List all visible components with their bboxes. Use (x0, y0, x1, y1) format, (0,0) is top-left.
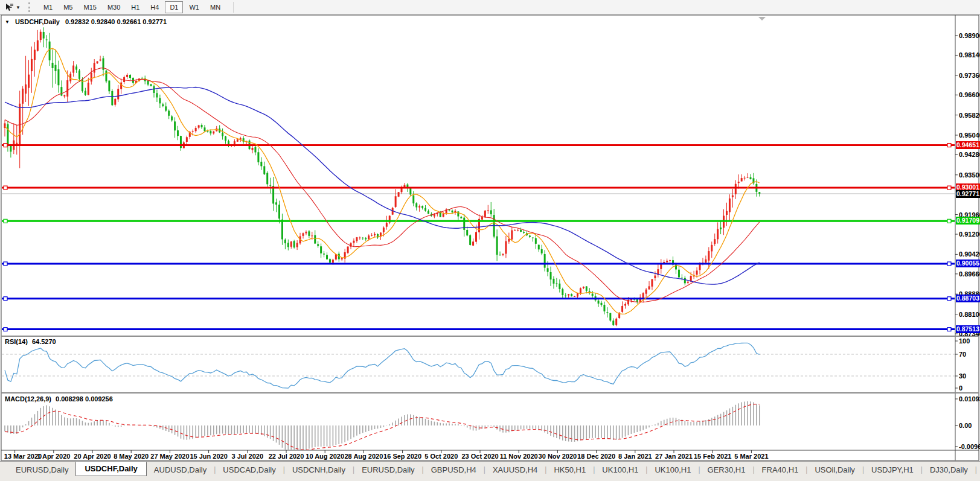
rsi-axis-tick: 100 (959, 337, 970, 345)
date-axis-label: 8 Jan 2021 (618, 453, 652, 460)
chart-canvas (0, 0, 980, 481)
chart-tab-eurusd-daily[interactable]: EURUSD,Daily (354, 463, 421, 476)
timeframe-button-mn[interactable]: MN (205, 1, 225, 13)
mt4-window: ▼ M1M5M15M30H1H4D1W1MN 0.989000.981400.9… (0, 0, 980, 481)
chart-tab-usdcnh-daily[interactable]: USDCNH,Daily (285, 463, 353, 476)
price-axis-tick: 0.91960 (959, 211, 980, 218)
chart-tab-usdcad-daily[interactable]: USDCAD,Daily (216, 463, 283, 476)
chart-axis-labels: 0.989000.981400.973600.966000.958200.950… (0, 0, 980, 481)
rsi-axis-tick: 30 (959, 372, 966, 380)
quick-nav-icon[interactable]: ▼ (5, 19, 10, 25)
macd-axis-tick: 0.010933 (959, 395, 980, 403)
toolbar-grip[interactable] (28, 2, 33, 12)
date-axis-label: 11 Nov 2020 (500, 453, 538, 460)
chart-tab-usdjpy-h1[interactable]: USDJPY,H1 (864, 463, 921, 476)
date-axis-label: 1 Apr 2020 (37, 453, 70, 460)
chart-symbol-label: USDCHF,Daily (15, 18, 60, 25)
date-axis-label: 3 Jul 2020 (232, 453, 264, 460)
price-axis-tick: 0.91200 (959, 231, 980, 238)
date-axis-label: 5 Oct 2020 (424, 453, 458, 460)
price-axis-tick: 0.94280 (959, 151, 980, 158)
chart-cursor-icon[interactable]: ▼ (3, 1, 22, 13)
date-axis-label: 15 Jun 2020 (190, 453, 227, 460)
timeframe-button-m15[interactable]: M15 (78, 1, 101, 13)
chevron-down-icon: ▼ (16, 5, 21, 10)
rsi-value: 64.5270 (32, 338, 56, 345)
price-axis-tick: 0.95040 (959, 132, 980, 139)
chart-tab-china300-h1[interactable]: CHINA300,H1 (977, 463, 980, 476)
chart-tab-usoil-daily[interactable]: USOil,Daily (807, 463, 862, 476)
rsi-axis-tick: 70 (959, 351, 966, 358)
rsi-name: RSI(14) (5, 338, 28, 345)
toolbar: ▼ M1M5M15M30H1H4D1W1MN (0, 0, 980, 15)
chart-tab-gbpusd-h4[interactable]: GBPUSD,H4 (424, 463, 484, 476)
timeframe-button-m5[interactable]: M5 (59, 1, 77, 13)
date-axis-label: 5 Mar 2021 (734, 453, 768, 460)
macd-axis-tick: 0.00 (959, 422, 972, 429)
price-axis-tick: 0.89660 (959, 270, 980, 278)
date-axis-label: 30 Nov 2020 (539, 453, 577, 460)
macd-axis-tick: -0.00965 (959, 443, 980, 450)
chart-tab-eurusd-daily[interactable]: EURUSD,Daily (8, 463, 75, 476)
level-price-label: 0.91709 (956, 217, 980, 225)
level-price-label: 0.94651 (956, 141, 980, 149)
chart-tab-xauusd-h4[interactable]: XAUUSD,H4 (485, 463, 545, 476)
timeframe-button-h1[interactable]: H1 (126, 1, 144, 13)
chart-tab-usdchf-daily[interactable]: USDCHF,Daily (75, 462, 146, 476)
timeframe-button-w1[interactable]: W1 (184, 1, 204, 13)
chart-title: ▼ USDCHF,Daily 0.92832 0.92840 0.92661 0… (5, 18, 167, 25)
price-axis-tick: 0.95820 (959, 112, 980, 119)
date-axis-label: 16 Sep 2020 (383, 453, 421, 460)
price-axis-tick: 0.96600 (959, 91, 980, 98)
level-price-label: 0.90055 (956, 260, 980, 267)
level-price-label: 0.88703 (956, 295, 980, 302)
date-axis-label: 27 May 2020 (150, 453, 189, 460)
chart-tab-ger30-h1[interactable]: GER30,H1 (700, 463, 753, 476)
price-axis-tick: 0.93500 (959, 171, 980, 179)
level-price-label: 0.93001 (956, 183, 980, 191)
date-axis-label: 23 Oct 2020 (461, 453, 498, 460)
chart-tab-uk100-h1[interactable]: UK100,H1 (647, 463, 698, 476)
chart-tab-dj30-daily[interactable]: DJ30,Daily (923, 463, 975, 476)
macd-indicator-label: MACD(12,26,9) 0.008298 0.009256 (5, 395, 113, 403)
date-axis-label: 20 Apr 2020 (74, 453, 110, 460)
date-axis-label: 8 May 2020 (114, 453, 149, 460)
rsi-axis-tick: 0 (959, 384, 962, 392)
date-axis-label: 18 Dec 2020 (577, 453, 615, 460)
bottom-strip (0, 477, 980, 481)
date-axis-label: 27 Jan 2021 (655, 453, 693, 460)
date-axis-label: 13 Mar 2020 (4, 453, 42, 460)
chart-tab-hk50-h1[interactable]: HK50,H1 (546, 463, 593, 476)
macd-name: MACD(12,26,9) (5, 395, 51, 403)
chart-ohlc-values: 0.92832 0.92840 0.92661 0.92771 (65, 18, 167, 25)
price-axis-tick: 0.88880 (959, 290, 980, 298)
price-axis-tick: 0.88100 (959, 311, 980, 318)
date-axis-label: 15 Feb 2021 (694, 453, 731, 460)
price-axis-tick: 0.98140 (959, 51, 980, 59)
macd-values: 0.008298 0.009256 (56, 395, 113, 403)
price-axis-tick: 0.87340 (959, 330, 980, 337)
timeframe-button-d1[interactable]: D1 (165, 1, 183, 13)
chart-tab-audusd-daily[interactable]: AUDUSD,Daily (147, 463, 214, 476)
date-axis-label: 28 Aug 2020 (344, 453, 383, 460)
toolbar-separator (233, 2, 234, 13)
timeframe-button-m1[interactable]: M1 (39, 1, 57, 13)
price-axis-tick: 0.97360 (959, 72, 980, 79)
date-axis-label: 22 Jul 2020 (269, 453, 304, 460)
price-axis-tick: 0.90420 (959, 250, 980, 258)
timeframe-buttons: M1M5M15M30H1H4D1W1MN (38, 0, 226, 14)
current-price-label: 0.92771 (956, 190, 980, 198)
timeframe-button-h4[interactable]: H4 (146, 1, 164, 13)
chart-tab-bar: EURUSD,DailyUSDCHF,DailyAUDUSD,Daily|USD… (0, 461, 980, 477)
date-axis-label: 10 Aug 2020 (306, 453, 344, 460)
chart-window: 0.989000.981400.973600.966000.958200.950… (0, 0, 980, 481)
level-price-label: 0.87513 (956, 325, 980, 333)
chart-tab-fra40-h1[interactable]: FRA40,H1 (755, 463, 806, 476)
price-axis-tick: 0.98900 (959, 32, 980, 39)
chart-tab-uk100-h1[interactable]: UK100,H1 (595, 463, 645, 476)
timeframe-button-m30[interactable]: M30 (103, 1, 125, 13)
cursor-arrow-icon (5, 3, 14, 12)
rsi-indicator-label: RSI(14) 64.5270 (5, 338, 56, 345)
